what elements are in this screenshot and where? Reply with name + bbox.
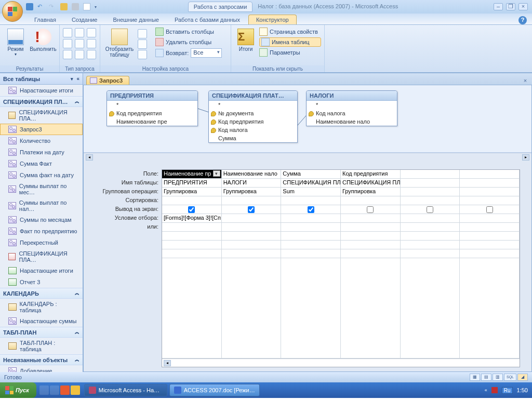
ql-icon[interactable]	[50, 385, 59, 395]
redo-icon[interactable]: ↷	[49, 3, 56, 10]
tab-design[interactable]: Конструктор	[248, 15, 297, 24]
nav-item[interactable]: Добавление	[0, 365, 83, 372]
tab-create[interactable]: Создание	[64, 15, 105, 24]
table-box-nalogi[interactable]: НАЛОГИ * Код налога Наименование нало	[306, 90, 397, 126]
nav-item[interactable]: Количество	[0, 135, 83, 147]
ql-icon[interactable]	[39, 385, 49, 395]
nav-item[interactable]: ТАБЛ-ПЛАН : таблица	[0, 338, 83, 354]
tab-database[interactable]: Работа с базами данных	[167, 15, 247, 24]
nav-item[interactable]: Нарастающие суммы	[0, 315, 83, 327]
nav-pane: Все таблицы▾« Нарастающие итоги СПЕЦИФИК…	[0, 73, 83, 372]
union-query-icon[interactable]	[63, 50, 72, 59]
tray-collapse-icon[interactable]: «	[485, 388, 487, 393]
totals-button[interactable]: Σ Итоги	[234, 27, 257, 54]
undo-icon[interactable]: ↶	[37, 3, 45, 10]
delete-columns-button[interactable]: Удалить столбцы	[155, 37, 228, 47]
nav-item[interactable]: Перекрестный	[0, 237, 83, 248]
task-word[interactable]: ACCESS 2007.doc [Режи…	[169, 384, 260, 396]
table-names-button[interactable]: Имена таблиц	[259, 37, 321, 47]
nav-item[interactable]: Сумма Факт	[0, 158, 83, 169]
restore-button[interactable]: ❐	[506, 3, 515, 10]
nav-item[interactable]: Отчет 3	[0, 276, 83, 288]
props-icon	[259, 28, 268, 36]
close-button[interactable]: ×	[518, 3, 528, 10]
tab-home[interactable]: Главная	[27, 15, 63, 24]
rel-hscroll[interactable]: ◂▸	[84, 153, 531, 161]
insert-columns-button[interactable]: Вставить столбцы	[155, 27, 228, 36]
tab-external[interactable]: Внешние данные	[106, 15, 166, 24]
delete-rows-icon[interactable]	[138, 39, 147, 49]
minimize-button[interactable]: –	[494, 3, 503, 10]
view-button[interactable]: Режим▾	[3, 27, 28, 58]
property-sheet-button[interactable]: Страница свойств	[259, 27, 321, 36]
lang-indicator[interactable]: Ru	[502, 387, 513, 394]
delete-col-icon	[155, 38, 164, 46]
office-button[interactable]	[2, 1, 23, 22]
nav-item[interactable]: Нарастающие итоги	[0, 85, 83, 96]
data-def-icon[interactable]	[87, 50, 96, 59]
relationship-area[interactable]: ПРЕДПРИЯТИЯ * Код предприятия Наименован…	[84, 85, 531, 153]
context-tab-label: Работа с запросами	[188, 2, 253, 12]
nav-group-tablplan[interactable]: ТАБЛ-ПЛАН︽	[0, 327, 83, 338]
make-table-icon[interactable]	[87, 28, 96, 37]
print-icon[interactable]	[72, 3, 79, 10]
nav-item[interactable]: Сумма факт на дату	[0, 169, 83, 181]
nav-item[interactable]: СПЕЦИФИКАЦИЯ ПЛА…	[0, 107, 83, 124]
nav-item[interactable]: СПЕЦИФИКАЦИЯ ПЛА…	[0, 248, 83, 265]
delete-query-icon[interactable]	[87, 39, 96, 48]
nav-item-query3[interactable]: Запрос3	[0, 124, 83, 135]
update-query-icon[interactable]	[63, 39, 72, 48]
nav-item[interactable]: Суммы выплат по нал…	[0, 197, 83, 214]
show-table-button[interactable]: Отобразить таблицу	[103, 27, 136, 59]
nav-item[interactable]: Факт по предприятию	[0, 225, 83, 237]
chevron-up-icon: ︽	[75, 290, 79, 297]
task-access[interactable]: Microsoft Access - На…	[84, 384, 167, 396]
tray-flag-icon[interactable]	[491, 387, 498, 393]
return-combo[interactable]: Все	[191, 48, 222, 58]
ql-icon[interactable]	[60, 385, 70, 395]
quick-access-toolbar: ↶ ↷ ▾	[26, 3, 97, 10]
close-tab-button[interactable]: ×	[522, 77, 529, 85]
scroll-left-icon: ◂	[164, 360, 171, 366]
view-datasheet-icon[interactable]: ▦	[470, 374, 480, 381]
qbe-grid[interactable]: Наименование пр Наименование нало Сумма …	[162, 169, 520, 367]
return-row: Возврат:Все	[155, 48, 228, 58]
view-design-icon[interactable]: ◢	[517, 374, 528, 381]
grid-row-cond: [Forms]![Форма 3]![Сп	[162, 214, 520, 223]
grid-row-or	[162, 223, 520, 232]
nav-item[interactable]: Нарастающие итоги	[0, 265, 83, 276]
view-sql-icon[interactable]: SQL	[504, 374, 516, 381]
nav-group-spec[interactable]: СПЕЦИФИКАЦИЯ ПЛ…︽	[0, 96, 83, 107]
view-chart-icon[interactable]: ▥	[493, 374, 503, 381]
clock[interactable]: 1:50	[517, 387, 528, 393]
builder-icon[interactable]	[138, 50, 147, 59]
append-query-icon[interactable]	[75, 39, 84, 48]
table-box-predpr[interactable]: ПРЕДПРИЯТИЯ * Код предприятия Наименован…	[107, 90, 198, 126]
start-button[interactable]: Пуск	[0, 382, 36, 398]
help-icon[interactable]: ?	[518, 16, 527, 24]
nav-item[interactable]: Суммы по месяцам	[0, 214, 83, 225]
crosstab-query-icon[interactable]	[75, 28, 84, 37]
taskbar: Пуск Microsoft Access - На… ACCESS 2007.…	[0, 382, 532, 398]
save-icon[interactable]	[26, 3, 33, 10]
return-icon	[155, 49, 164, 57]
insert-rows-icon[interactable]	[138, 29, 147, 38]
view-pivot-icon[interactable]: ▤	[481, 374, 491, 381]
nav-group-unrelated[interactable]: Несвязанные объекты︽	[0, 354, 83, 365]
run-button[interactable]: ! Выполнить	[30, 27, 56, 54]
doc-tab-query3[interactable]: Запрос3	[86, 76, 129, 85]
ql-icon[interactable]	[71, 385, 80, 395]
nav-item[interactable]: Платежи на дату	[0, 147, 83, 158]
nav-group-calendar[interactable]: КАЛЕНДАРЬ︽	[0, 288, 83, 299]
select-query-icon[interactable]	[63, 28, 72, 37]
nav-item[interactable]: Суммы выплат по мес…	[0, 181, 83, 197]
nav-item[interactable]: КАЛЕНДАРЬ : таблица	[0, 299, 83, 315]
nav-header[interactable]: Все таблицы▾«	[0, 73, 83, 85]
open-icon[interactable]	[60, 3, 68, 10]
passthrough-icon[interactable]	[75, 50, 84, 59]
statusbar: Готово ▦ ▤ ▥ SQL ◢	[0, 372, 532, 382]
parameters-button[interactable]: Параметры	[259, 48, 321, 57]
grid-hscroll[interactable]: ◂	[162, 358, 520, 367]
new-icon[interactable]	[83, 3, 90, 10]
table-box-spec[interactable]: СПЕЦИФИКАЦИЯ ПЛАТ… * № документа Код пре…	[208, 90, 298, 143]
